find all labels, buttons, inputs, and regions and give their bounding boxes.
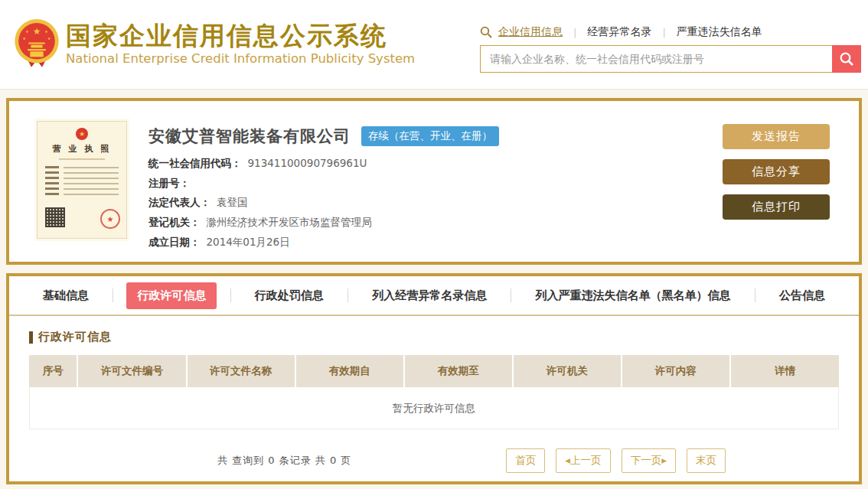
- license-title: 营 业 执 照: [45, 143, 119, 155]
- empty-state-message: 暂无行政许可信息: [29, 387, 839, 429]
- info-print-button[interactable]: 信息打印: [723, 194, 830, 220]
- licensing-table: 序号 许可文件编号 许可文件名称 有效期自 有效期至 许可机关 许可内容 详情: [29, 355, 839, 387]
- separator: |: [573, 27, 576, 38]
- col-license-content: 许可内容: [622, 355, 730, 387]
- tab-admin-licensing[interactable]: 行政许可信息: [126, 282, 217, 309]
- search-input[interactable]: [480, 45, 832, 73]
- separator: |: [662, 27, 665, 38]
- site-header: ★ ★ ★ ★ ★ 国家企业信用信息公示系统 National Enterpri…: [0, 0, 868, 90]
- svg-text:★: ★: [33, 26, 41, 37]
- svg-text:★: ★: [25, 29, 29, 34]
- search-tab-abnormal-operations[interactable]: 经营异常名录: [587, 25, 651, 39]
- search-tab-serious-violations[interactable]: 严重违法失信名单: [677, 25, 762, 39]
- tab-announcements[interactable]: 公告信息: [768, 282, 836, 309]
- last-page-button[interactable]: 末页: [687, 448, 726, 473]
- col-valid-from: 有效期自: [295, 355, 404, 387]
- company-info: 安徽艾普智能装备有限公司 存续（在营、开业、在册） 统一社会信用代码： 9134…: [148, 121, 707, 248]
- field-registration-number: 注册号：: [148, 176, 707, 190]
- company-actions: 发送报告 信息分享 信息打印: [723, 121, 830, 248]
- col-serial-number: 序号: [29, 355, 77, 387]
- company-status-badge: 存续（在营、开业、在册）: [361, 126, 499, 146]
- search-icon: [480, 26, 492, 38]
- col-details: 详情: [730, 355, 839, 387]
- license-emblem-icon: ★: [76, 128, 88, 140]
- separator: [755, 289, 755, 302]
- search-area: 企业信用信息 | 经营异常名录 | 严重违法失信名单: [480, 25, 861, 73]
- section-title: 行政许可信息: [29, 330, 859, 344]
- field-legal-representative: 法定代表人： 袁登国: [148, 195, 707, 209]
- site-title-english: National Enterprise Credit Information P…: [66, 51, 415, 66]
- national-emblem-logo: ★ ★ ★ ★ ★: [14, 18, 60, 69]
- separator: [348, 289, 348, 302]
- company-name: 安徽艾普智能装备有限公司: [148, 126, 351, 147]
- search-scope-tabs: 企业信用信息 | 经营异常名录 | 严重违法失信名单: [480, 25, 861, 39]
- license-qr-code: [45, 207, 65, 227]
- tab-serious-violations-blacklist[interactable]: 列入严重违法失信名单（黑名单）信息: [525, 282, 742, 309]
- previous-page-button[interactable]: ◂上一页: [556, 448, 610, 473]
- business-license-image: ★ 营 业 执 照 ★: [37, 121, 127, 239]
- col-license-doc-number: 许可文件编号: [77, 355, 186, 387]
- field-establishment-date: 成立日期： 2014年01月26日: [148, 235, 707, 249]
- company-summary-card: ★ 营 业 执 照 ★ 安徽艾普智能装备有限公司 存续（在营、开业、在册） 统一…: [6, 98, 862, 265]
- search-box: [480, 45, 861, 73]
- table-header-row: 序号 许可文件编号 许可文件名称 有效期自 有效期至 许可机关 许可内容 详情: [29, 355, 839, 387]
- license-divider: [59, 158, 105, 160]
- pagination: 共 查询到 0 条记录 共 0 页 首页 ◂上一页 下一页▸ 末页: [217, 448, 859, 473]
- section-title-bar: [29, 331, 33, 344]
- field-registration-authority: 登记机关： 滁州经济技术开发区市场监督管理局: [148, 215, 707, 229]
- detail-card: 基础信息 行政许可信息 行政处罚信息 列入经营异常名录信息 列入严重违法失信名单…: [6, 273, 862, 484]
- svg-text:★: ★: [23, 36, 27, 41]
- next-page-button[interactable]: 下一页▸: [622, 448, 676, 473]
- separator: [511, 289, 511, 302]
- search-tab-enterprise-credit[interactable]: 企业信用信息: [498, 25, 563, 39]
- svg-text:★: ★: [44, 29, 48, 34]
- info-share-button[interactable]: 信息分享: [723, 159, 830, 184]
- tab-admin-penalty[interactable]: 行政处罚信息: [244, 282, 334, 309]
- send-report-button[interactable]: 发送报告: [723, 124, 830, 149]
- col-valid-until: 有效期至: [404, 355, 513, 387]
- separator: [113, 289, 113, 302]
- separator: [230, 289, 231, 302]
- col-licensing-authority: 许可机关: [513, 355, 622, 387]
- svg-text:★: ★: [47, 36, 51, 41]
- record-count-summary: 共 查询到 0 条记录 共 0 页: [217, 454, 351, 468]
- search-icon: [839, 51, 854, 67]
- col-license-doc-name: 许可文件名称: [187, 355, 295, 387]
- first-page-button[interactable]: 首页: [506, 448, 545, 473]
- site-brand: ★ ★ ★ ★ ★ 国家企业信用信息公示系统 National Enterpri…: [14, 18, 415, 69]
- license-red-seal: ★: [100, 209, 120, 229]
- tab-abnormal-operations[interactable]: 列入经营异常名录信息: [361, 282, 498, 309]
- info-tab-nav: 基础信息 行政许可信息 行政处罚信息 列入经营异常名录信息 列入严重违法失信名单…: [9, 276, 859, 316]
- site-title-chinese: 国家企业信用信息公示系统: [66, 21, 415, 51]
- field-credit-code: 统一社会信用代码： 91341100090796961U: [148, 156, 707, 170]
- tab-basic-info[interactable]: 基础信息: [32, 282, 100, 309]
- search-submit-button[interactable]: [832, 45, 861, 73]
